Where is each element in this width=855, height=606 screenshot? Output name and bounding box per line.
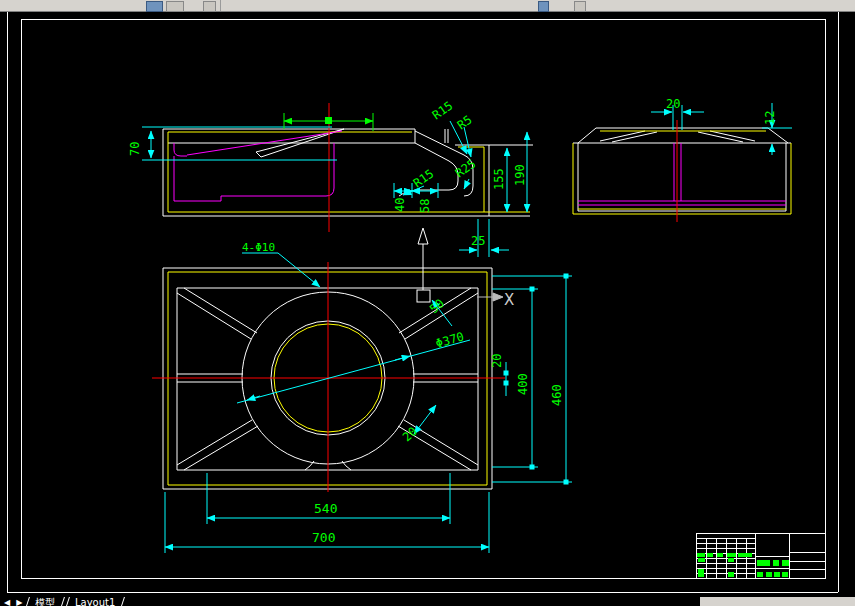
tab-model-label: 模型 <box>35 597 55 606</box>
note-holes[interactable]: 4-Φ10 <box>242 241 275 254</box>
dim-dia-370[interactable]: Φ370 <box>434 329 466 350</box>
dim-20-offset[interactable]: 20 <box>490 354 504 368</box>
dim-20-slot[interactable]: 20 <box>666 97 680 111</box>
section-marker-square <box>417 290 430 302</box>
side-view[interactable]: 20 12 <box>573 97 792 222</box>
dim-700[interactable]: 700 <box>312 530 335 545</box>
dim-40[interactable]: 40 <box>393 198 407 212</box>
toolbar-icon[interactable] <box>538 1 549 12</box>
title-block <box>696 533 825 578</box>
section-letter: X <box>504 291 514 309</box>
model-space-canvas[interactable]: 70 R15 R5 R15 R25 155 190 40 58 25 20 12 <box>0 0 855 606</box>
dim-190[interactable]: 190 <box>513 164 527 186</box>
dim-20-rib[interactable]: 20 <box>400 424 420 444</box>
dim-540[interactable]: 540 <box>314 501 337 516</box>
dim-r5[interactable]: R5 <box>455 113 475 133</box>
tab-model[interactable]: 模型 <box>25 597 65 606</box>
toolbar-icon[interactable] <box>166 1 184 12</box>
plan-view[interactable]: X 4-Φ10 50 Φ370 20 20 400 <box>152 228 572 553</box>
dim-400[interactable]: 400 <box>516 373 530 395</box>
dim-r15-top[interactable]: R15 <box>430 99 456 123</box>
tab-layout1-label: Layout1 <box>75 597 115 606</box>
vessel-profile[interactable] <box>174 131 342 201</box>
dimension-grip[interactable] <box>325 117 332 124</box>
dim-r25[interactable]: R25 <box>453 157 479 181</box>
dim-r15-mid[interactable]: R15 <box>411 167 437 191</box>
cad-window: 70 R15 R5 R15 R25 155 190 40 58 25 20 12 <box>0 0 855 606</box>
tab-layout1[interactable]: Layout1 <box>65 597 125 606</box>
tab-nav-back-icon[interactable]: ◀ <box>2 597 12 606</box>
toolbar-icon[interactable] <box>203 1 216 12</box>
section-arrow <box>418 228 428 290</box>
toolbar-icon[interactable] <box>574 1 586 12</box>
toolbar <box>0 0 855 12</box>
dim-12[interactable]: 12 <box>763 111 777 125</box>
slot-profile[interactable] <box>578 143 786 205</box>
dim-460[interactable]: 460 <box>550 384 564 406</box>
scrollbar-corner <box>700 597 855 606</box>
toolbar-separator <box>220 0 221 11</box>
dim-155[interactable]: 155 <box>492 168 506 190</box>
drawing-frame <box>21 19 825 578</box>
tab-nav-forward-icon[interactable]: ▶ <box>14 597 24 606</box>
dim-70[interactable]: 70 <box>128 142 142 156</box>
toolbar-icon[interactable] <box>146 1 163 12</box>
dim-25[interactable]: 25 <box>471 234 485 248</box>
section-view[interactable]: 70 R15 R5 R15 R25 155 190 40 58 25 <box>128 99 533 257</box>
view-direction-arrow-icon <box>477 293 503 301</box>
dim-58[interactable]: 58 <box>418 199 432 213</box>
